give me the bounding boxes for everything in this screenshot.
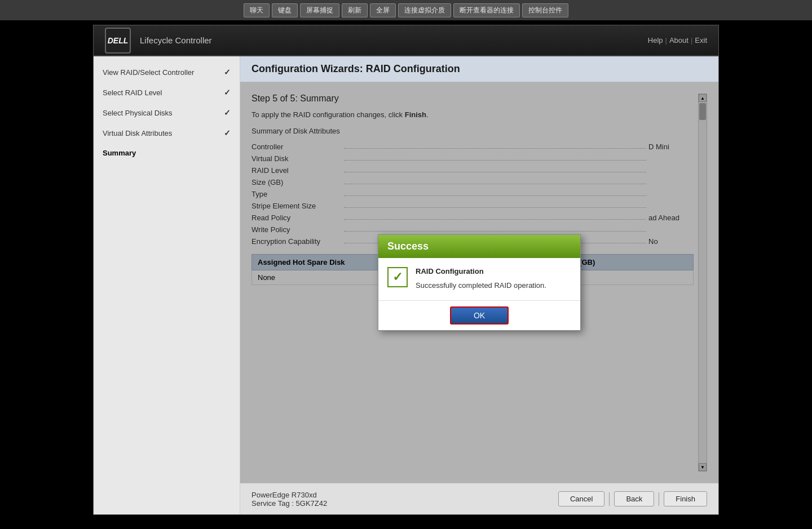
wizard-header: Configuration Wizards: RAID Configuratio… xyxy=(240,56,718,82)
toolbar-btn-chat[interactable]: 聊天 xyxy=(244,3,270,17)
modal-check-icon: ✓ xyxy=(387,267,408,287)
success-modal: Success ✓ RAID Configuration Successfull… xyxy=(378,234,581,331)
sidebar-item-view-raid[interactable]: View RAID/Select Controller ✓ xyxy=(94,62,240,82)
footer-buttons: Cancel Back Finish xyxy=(558,491,707,506)
main-content: Configuration Wizards: RAID Configuratio… xyxy=(240,56,718,514)
check-mark-virtual-disk: ✓ xyxy=(224,128,231,137)
toolbar-btn-keyboard[interactable]: 键盘 xyxy=(272,3,298,17)
service-tag-label: Service Tag : xyxy=(251,499,294,508)
help-link[interactable]: Help xyxy=(648,36,663,45)
toolbar-btn-disconnect[interactable]: 断开查看器的连接 xyxy=(453,3,520,17)
footer-info: PowerEdge R730xd Service Tag : 5GK7Z42 xyxy=(251,491,327,508)
app-header: DELL Lifecycle Controller Help | About |… xyxy=(94,25,718,56)
body-area: View RAID/Select Controller ✓ Select RAI… xyxy=(94,56,718,514)
sidebar-item-summary[interactable]: Summary xyxy=(94,143,240,163)
sidebar: View RAID/Select Controller ✓ Select RAI… xyxy=(94,56,240,514)
sidebar-item-label: Select Physical Disks xyxy=(103,109,173,117)
app-footer: PowerEdge R730xd Service Tag : 5GK7Z42 C… xyxy=(240,483,718,514)
modal-text-area: RAID Configuration Successfully complete… xyxy=(416,267,546,291)
service-tag: Service Tag : 5GK7Z42 xyxy=(251,499,327,508)
toolbar-btn-refresh[interactable]: 刷新 xyxy=(342,3,368,17)
sidebar-item-label: View RAID/Select Controller xyxy=(103,68,194,77)
modal-body: ✓ RAID Configuration Successfully comple… xyxy=(378,258,580,300)
modal-message: Successfully completed RAID operation. xyxy=(416,280,546,291)
modal-header: Success xyxy=(378,235,580,258)
modal-operation-title: RAID Configuration xyxy=(416,267,546,275)
back-button[interactable]: Back xyxy=(614,491,654,506)
cancel-button[interactable]: Cancel xyxy=(558,491,604,506)
modal-overlay: Success ✓ RAID Configuration Successfull… xyxy=(240,82,718,483)
exit-link[interactable]: Exit xyxy=(695,36,707,45)
content-area: Step 5 of 5: Summary To apply the RAID c… xyxy=(240,82,718,483)
sidebar-item-virtual-disk[interactable]: Virtual Disk Attributes ✓ xyxy=(94,123,240,143)
toolbar-btn-fullscreen[interactable]: 全屏 xyxy=(370,3,396,17)
sidebar-item-label: Summary xyxy=(103,149,136,157)
wizard-title: Configuration Wizards: RAID Configuratio… xyxy=(251,63,707,75)
modal-footer: OK xyxy=(378,300,580,330)
dell-logo: DELL xyxy=(105,28,131,54)
sidebar-item-label: Virtual Disk Attributes xyxy=(103,129,172,137)
check-mark-select-raid: ✓ xyxy=(224,88,231,97)
service-tag-value: 5GK7Z42 xyxy=(296,499,328,508)
check-mark-physical-disks: ✓ xyxy=(224,108,231,117)
sidebar-item-select-raid[interactable]: Select RAID Level ✓ xyxy=(94,82,240,103)
sidebar-item-physical-disks[interactable]: Select Physical Disks ✓ xyxy=(94,103,240,123)
modal-ok-button[interactable]: OK xyxy=(450,306,509,324)
device-name: PowerEdge R730xd xyxy=(251,491,327,499)
button-separator xyxy=(609,492,610,506)
main-window: DELL Lifecycle Controller Help | About |… xyxy=(93,25,719,515)
check-mark-view-raid: ✓ xyxy=(224,68,231,77)
toolbar-btn-virtual-media[interactable]: 连接虚拟介质 xyxy=(398,3,451,17)
dell-logo-text: DELL xyxy=(108,36,129,45)
finish-button[interactable]: Finish xyxy=(664,491,707,506)
about-link[interactable]: About xyxy=(669,36,689,45)
modal-title: Success xyxy=(387,241,429,252)
toolbar-btn-console[interactable]: 控制台控件 xyxy=(522,3,568,17)
toolbar-btn-screenshot[interactable]: 屏幕捕捉 xyxy=(300,3,339,17)
app-title: Lifecycle Controller xyxy=(140,35,648,45)
sidebar-item-label: Select RAID Level xyxy=(103,88,162,97)
button-separator xyxy=(659,492,659,506)
header-links: Help | About | Exit xyxy=(648,36,707,45)
top-toolbar: 聊天 键盘 屏幕捕捉 刷新 全屏 连接虚拟介质 断开查看器的连接 控制台控件 xyxy=(0,0,812,20)
